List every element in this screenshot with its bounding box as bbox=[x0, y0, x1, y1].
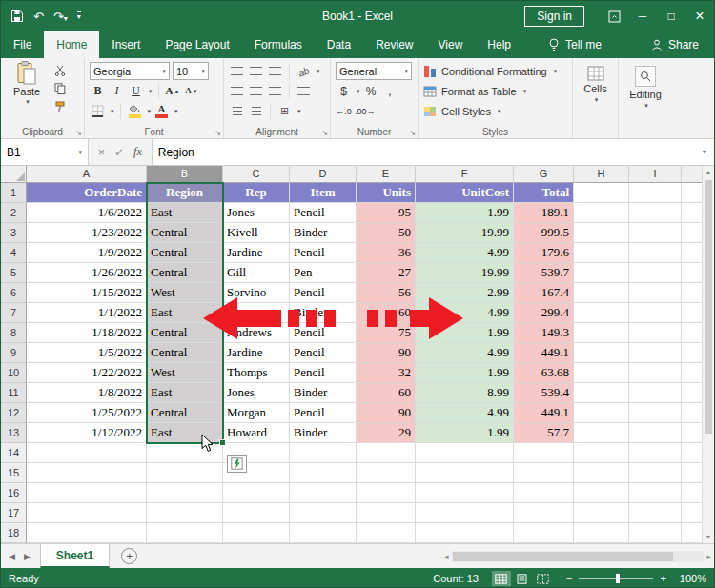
cell-E10[interactable]: 32 bbox=[357, 363, 416, 383]
horizontal-scrollbar[interactable]: ◂ ▸ bbox=[441, 544, 714, 568]
cell-F8[interactable]: 1.99 bbox=[416, 323, 514, 343]
orientation-button[interactable]: ab bbox=[293, 60, 314, 82]
cells-button[interactable]: Cells ▾ bbox=[578, 61, 613, 125]
cell-H6[interactable] bbox=[574, 283, 629, 303]
name-box-dropdown-icon[interactable]: ▾ bbox=[78, 149, 82, 156]
cell-F5[interactable]: 19.99 bbox=[416, 263, 514, 283]
cell-D6[interactable]: Pencil bbox=[290, 283, 357, 303]
cell-D10[interactable]: Pencil bbox=[290, 363, 357, 383]
cell-J12[interactable] bbox=[682, 403, 704, 423]
cell-I12[interactable] bbox=[629, 403, 682, 423]
sheet-tab-sheet1[interactable]: Sheet1 bbox=[40, 544, 110, 568]
cell-E14[interactable] bbox=[357, 443, 416, 463]
underline-button[interactable]: U bbox=[128, 83, 144, 100]
horizontal-scroll-track[interactable] bbox=[452, 551, 705, 562]
row-header-14[interactable]: 14 bbox=[1, 443, 27, 463]
borders-dropdown-icon[interactable]: ▾ bbox=[111, 108, 114, 115]
tab-help[interactable]: Help bbox=[475, 31, 523, 58]
cell-G8[interactable]: 149.3 bbox=[514, 323, 574, 343]
italic-button[interactable]: I bbox=[109, 83, 125, 100]
currency-button[interactable]: $ bbox=[336, 83, 352, 100]
cell-A16[interactable] bbox=[27, 483, 147, 503]
cell-H4[interactable] bbox=[574, 243, 629, 263]
cell-E15[interactable] bbox=[357, 463, 416, 483]
cell-J10[interactable] bbox=[682, 363, 704, 383]
cell-E16[interactable] bbox=[357, 483, 416, 503]
cell-A17[interactable] bbox=[27, 503, 147, 523]
scroll-down-icon[interactable]: ▼ bbox=[703, 531, 714, 543]
shrink-font-button[interactable]: A▼ bbox=[184, 83, 200, 100]
cell-I7[interactable] bbox=[629, 303, 682, 323]
cell-B12[interactable]: Central bbox=[147, 403, 223, 423]
cell-C17[interactable] bbox=[223, 503, 290, 523]
decrease-decimal-button[interactable]: .00→ bbox=[355, 103, 376, 120]
cell-I4[interactable] bbox=[629, 243, 682, 263]
cell-G12[interactable]: 449.1 bbox=[514, 403, 574, 423]
alignment-dialog-launcher-icon[interactable]: ↘ bbox=[321, 129, 328, 137]
format-as-table-button[interactable]: Format as Table ▾ bbox=[423, 81, 567, 101]
font-color-button[interactable]: A bbox=[153, 103, 170, 120]
vertical-scroll-track[interactable] bbox=[703, 178, 714, 531]
orientation-dropdown-icon[interactable]: ▾ bbox=[317, 68, 320, 75]
row-header-16[interactable]: 16 bbox=[1, 483, 27, 503]
cell-I18[interactable] bbox=[629, 523, 682, 543]
cell-J3[interactable] bbox=[682, 223, 704, 243]
cell-styles-button[interactable]: Cell Styles ▾ bbox=[423, 101, 567, 121]
cell-J11[interactable] bbox=[682, 383, 704, 403]
redo-dropdown-icon[interactable]: ▾ bbox=[64, 14, 68, 23]
cell-C18[interactable] bbox=[223, 523, 290, 543]
customize-qat-icon[interactable]: ▾ bbox=[77, 11, 81, 21]
cell-J17[interactable] bbox=[682, 503, 704, 523]
scroll-up-icon[interactable]: ▲ bbox=[703, 166, 714, 178]
cell-I13[interactable] bbox=[629, 423, 682, 443]
row-header-15[interactable]: 15 bbox=[1, 463, 27, 483]
align-top-button[interactable] bbox=[229, 63, 245, 80]
cell-H5[interactable] bbox=[574, 263, 629, 283]
cell-C10[interactable]: Thomps bbox=[223, 363, 290, 383]
cell-J4[interactable] bbox=[682, 243, 704, 263]
cell-E4[interactable]: 36 bbox=[357, 243, 416, 263]
tab-data[interactable]: Data bbox=[315, 31, 363, 58]
cell-H14[interactable] bbox=[574, 443, 629, 463]
cell-F14[interactable] bbox=[416, 443, 514, 463]
cell-D5[interactable]: Pen bbox=[290, 263, 357, 283]
editing-button[interactable]: Editing ▾ bbox=[623, 61, 667, 125]
number-format-select[interactable]: General▾ bbox=[336, 62, 412, 80]
cell-G2[interactable]: 189.1 bbox=[514, 203, 574, 223]
cell-D7[interactable]: Binder bbox=[290, 303, 357, 323]
cell-D13[interactable]: Binder bbox=[290, 423, 357, 443]
cell-G7[interactable]: 299.4 bbox=[514, 303, 574, 323]
next-sheet-icon[interactable]: ▶ bbox=[24, 552, 31, 561]
cell-G10[interactable]: 63.68 bbox=[514, 363, 574, 383]
cell-D14[interactable] bbox=[290, 443, 357, 463]
cell-A14[interactable] bbox=[27, 443, 147, 463]
cell-E8[interactable]: 75 bbox=[357, 323, 416, 343]
cell-H15[interactable] bbox=[574, 463, 629, 483]
save-icon[interactable] bbox=[10, 10, 24, 23]
vertical-scrollbar[interactable]: ▲ ▼ bbox=[702, 166, 714, 543]
comma-style-button[interactable]: , bbox=[382, 83, 398, 100]
cell-E5[interactable]: 27 bbox=[357, 263, 416, 283]
decrease-indent-button[interactable] bbox=[229, 103, 245, 120]
zoom-level[interactable]: 100% bbox=[680, 573, 706, 584]
new-sheet-button[interactable]: + bbox=[121, 548, 137, 564]
cell-H10[interactable] bbox=[574, 363, 629, 383]
cell-D12[interactable]: Pencil bbox=[290, 403, 357, 423]
cell-B8[interactable]: Central bbox=[147, 323, 223, 343]
cell-G5[interactable]: 539.7 bbox=[514, 263, 574, 283]
cell-A13[interactable]: 1/12/2022 bbox=[27, 423, 147, 443]
cell-I2[interactable] bbox=[629, 203, 682, 223]
row-header-12[interactable]: 12 bbox=[1, 403, 27, 423]
zoom-slider[interactable] bbox=[579, 578, 653, 579]
cell-J18[interactable] bbox=[682, 523, 704, 543]
cell-F18[interactable] bbox=[416, 523, 514, 543]
cell-D2[interactable]: Pencil bbox=[290, 203, 357, 223]
cell-B16[interactable] bbox=[147, 483, 223, 503]
increase-indent-button[interactable] bbox=[248, 103, 264, 120]
column-header-C[interactable]: C bbox=[223, 166, 290, 183]
cell-J9[interactable] bbox=[682, 343, 704, 363]
zoom-in-icon[interactable]: + bbox=[660, 573, 665, 584]
cell-C11[interactable]: Jones bbox=[223, 383, 290, 403]
horizontal-scroll-thumb[interactable] bbox=[453, 552, 673, 561]
cell-B11[interactable]: East bbox=[147, 383, 223, 403]
